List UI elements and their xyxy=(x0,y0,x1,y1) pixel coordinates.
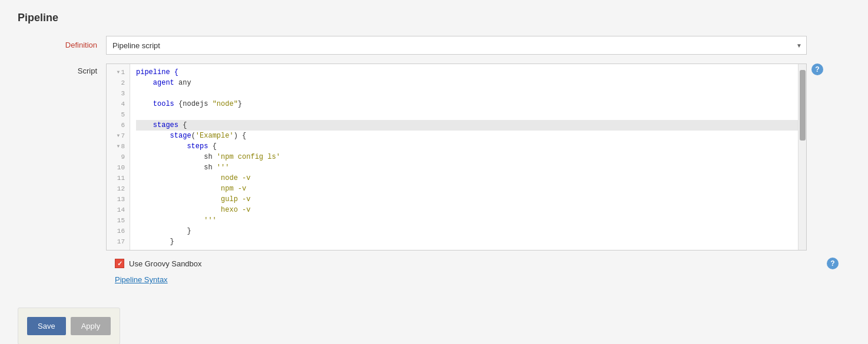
ln-13: 13 xyxy=(107,194,130,205)
code-line-11: node -v xyxy=(136,173,798,183)
definition-row: Definition Pipeline script Pipeline scri… xyxy=(18,36,850,55)
code-line-6: stages { xyxy=(136,120,798,131)
definition-select[interactable]: Pipeline script Pipeline script from SCM xyxy=(106,36,807,55)
ln-6: 6 xyxy=(107,120,130,131)
code-line-5 xyxy=(136,109,798,120)
code-content[interactable]: pipeline { agent any tools {nodejs "node… xyxy=(130,64,798,250)
apply-button[interactable]: Apply xyxy=(71,317,111,335)
script-help-icon[interactable]: ? xyxy=(811,64,823,75)
code-line-9: sh 'npm config ls' xyxy=(136,152,798,162)
ln-2: 2 xyxy=(107,78,130,88)
code-line-10: sh ''' xyxy=(136,162,798,173)
bottom-buttons: Save Apply xyxy=(18,308,120,344)
code-line-13: gulp -v xyxy=(136,194,798,205)
save-button[interactable]: Save xyxy=(27,317,66,335)
groovy-sandbox-label: Use Groovy Sandbox xyxy=(129,259,202,268)
page-container: Pipeline Definition Pipeline script Pipe… xyxy=(0,0,868,344)
definition-content: Pipeline script Pipeline script from SCM… xyxy=(106,36,850,55)
code-line-12: npm -v xyxy=(136,183,798,194)
code-line-4: tools {nodejs "node"} xyxy=(136,99,798,109)
code-line-1: pipeline { xyxy=(136,67,798,78)
ln-1: ▼ 1 xyxy=(107,67,130,78)
groovy-help-icon[interactable]: ? xyxy=(827,258,839,269)
definition-label: Definition xyxy=(18,36,106,49)
page-title: Pipeline xyxy=(18,12,850,24)
ln-5: 5 xyxy=(107,109,130,120)
scrollbar-thumb[interactable] xyxy=(800,70,806,141)
code-line-3 xyxy=(136,88,798,99)
ln-8: ▼ 8 xyxy=(107,141,130,152)
script-editor-row: Script ▼ 1 2 3 4 5 6 ▼ 7 ▼ 8 xyxy=(18,64,842,251)
code-line-8: steps { xyxy=(136,141,798,152)
script-label: Script xyxy=(18,64,106,75)
code-editor[interactable]: ▼ 1 2 3 4 5 6 ▼ 7 ▼ 8 9 10 11 12 xyxy=(106,64,807,251)
line-numbers: ▼ 1 2 3 4 5 6 ▼ 7 ▼ 8 9 10 11 12 xyxy=(107,64,130,250)
ln-15: 15 xyxy=(107,215,130,226)
ln-9: 9 xyxy=(107,152,130,162)
pipeline-syntax-link[interactable]: Pipeline Syntax xyxy=(115,275,850,284)
groovy-sandbox-checkbox[interactable] xyxy=(115,259,124,268)
code-line-16: } xyxy=(136,226,798,236)
code-line-15: ''' xyxy=(136,215,798,226)
ln-17: 17 xyxy=(107,236,130,247)
ln-10: 10 xyxy=(107,162,130,173)
groovy-sandbox-row: Use Groovy Sandbox ? xyxy=(115,258,839,269)
ln-11: 11 xyxy=(107,173,130,183)
definition-select-wrapper: Pipeline script Pipeline script from SCM… xyxy=(106,36,807,55)
ln-12: 12 xyxy=(107,183,130,194)
code-line-2: agent any xyxy=(136,78,798,88)
code-line-14: hexo -v xyxy=(136,205,798,215)
vertical-scrollbar[interactable] xyxy=(798,64,806,250)
groovy-left: Use Groovy Sandbox xyxy=(115,259,202,268)
ln-3: 3 xyxy=(107,88,130,99)
ln-7: ▼ 7 xyxy=(107,131,130,141)
ln-14: 14 xyxy=(107,205,130,215)
ln-4: 4 xyxy=(107,99,130,109)
code-line-17: } xyxy=(136,236,798,247)
code-line-7: stage('Example') { xyxy=(136,131,798,141)
ln-16: 16 xyxy=(107,226,130,236)
